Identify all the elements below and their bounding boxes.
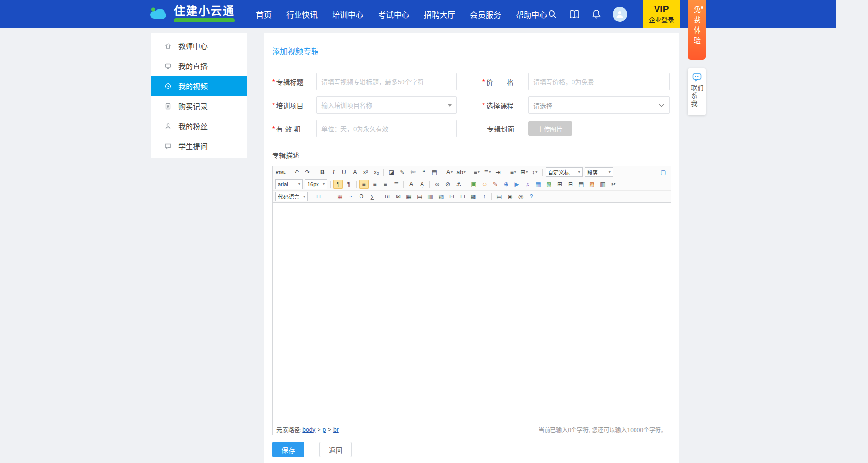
- link-icon[interactable]: ∞: [432, 180, 442, 189]
- align-center-icon[interactable]: ≡: [370, 180, 380, 189]
- back-button[interactable]: 返回: [319, 442, 352, 457]
- site-logo[interactable]: 住建小云通: [147, 0, 235, 28]
- superscript-icon[interactable]: x²: [360, 168, 370, 176]
- ordered-list-icon[interactable]: ≡▾: [472, 168, 482, 176]
- nav-item[interactable]: 帮助中心: [516, 8, 547, 20]
- background-color-icon[interactable]: ab▾: [455, 168, 466, 176]
- align-justify-icon[interactable]: ≣: [391, 180, 401, 189]
- italic-icon[interactable]: I: [328, 168, 338, 176]
- gmap-icon[interactable]: ▧: [544, 180, 554, 189]
- training-project-input[interactable]: [316, 96, 457, 114]
- print-icon[interactable]: ▤: [494, 192, 504, 201]
- screenshot-icon[interactable]: ✂: [609, 180, 618, 189]
- formula-icon[interactable]: ∑: [367, 192, 377, 201]
- paste-filter-icon[interactable]: ▤: [429, 168, 439, 176]
- insert-col-icon[interactable]: ▥: [425, 192, 435, 201]
- sidebar-item[interactable]: 购买记录: [151, 96, 247, 116]
- paragraph-combo[interactable]: 段落▾: [585, 167, 613, 177]
- music-icon[interactable]: ♫: [523, 180, 532, 189]
- format-brush-icon[interactable]: ✎: [397, 168, 407, 176]
- vip-enterprise-login-button[interactable]: VIP 企业登录: [643, 0, 680, 28]
- date-icon[interactable]: ▦: [335, 192, 345, 201]
- merge-cells-icon[interactable]: ⊡: [447, 192, 457, 201]
- undo-icon[interactable]: ↶: [292, 168, 301, 176]
- scrawl-icon[interactable]: ✎: [490, 180, 500, 189]
- strikethrough-icon[interactable]: A̶: [350, 168, 360, 176]
- time-icon[interactable]: ◔: [346, 192, 356, 201]
- text-align-icon[interactable]: ≡▾: [508, 168, 518, 176]
- line-height-icon[interactable]: ↕▾: [530, 168, 540, 176]
- page-break-icon[interactable]: ⊟: [566, 180, 575, 189]
- nav-item[interactable]: 首页: [256, 8, 272, 20]
- search-replace-icon[interactable]: ◎: [516, 192, 526, 201]
- paragraph-mark-icon[interactable]: ¶: [344, 180, 354, 189]
- sidebar-item[interactable]: 我的直播: [151, 56, 247, 76]
- anchor-icon[interactable]: ⚓: [454, 180, 464, 189]
- custom-title-combo[interactable]: 自定义标▾: [546, 167, 583, 177]
- bold-icon[interactable]: B: [318, 168, 327, 176]
- sidebar-item[interactable]: 我的粉丝: [151, 116, 247, 136]
- element-path-link[interactable]: body: [302, 426, 315, 433]
- insert-code-icon[interactable]: ⊟: [314, 192, 323, 201]
- insert-row-icon[interactable]: ▦: [404, 192, 414, 201]
- horizontal-rule-icon[interactable]: —: [324, 192, 334, 201]
- font-family-combo[interactable]: arial▾: [275, 179, 303, 189]
- element-path-link[interactable]: br: [333, 426, 339, 433]
- upload-image-button[interactable]: 上传图片: [528, 121, 572, 136]
- split-cells-icon[interactable]: ⊟: [458, 192, 467, 201]
- code-language-combo[interactable]: 代码语言▾: [275, 192, 308, 201]
- bell-icon[interactable]: [591, 9, 602, 20]
- source-code-icon[interactable]: HTML: [275, 168, 286, 176]
- background-icon[interactable]: ▨: [587, 180, 597, 189]
- contact-us-widget[interactable]: 联系我们: [688, 68, 706, 115]
- delete-row-icon[interactable]: ▤: [415, 192, 424, 201]
- sidebar-item[interactable]: 我的视频: [151, 76, 247, 96]
- align-right-icon[interactable]: ≡: [381, 180, 390, 189]
- template-icon[interactable]: ▤: [576, 180, 586, 189]
- nav-item[interactable]: 行业快讯: [286, 8, 318, 20]
- emotion-icon[interactable]: ☺: [480, 180, 489, 189]
- delete-table-icon[interactable]: ⊠: [393, 192, 403, 201]
- row-spacing-bottom-icon[interactable]: Ạ: [417, 180, 427, 189]
- map-icon[interactable]: ▦: [533, 180, 543, 189]
- nav-item[interactable]: 考试中心: [378, 8, 409, 20]
- sidebar-item[interactable]: 教师中心: [151, 36, 247, 56]
- book-icon[interactable]: [569, 9, 580, 19]
- editor-content-area[interactable]: [273, 203, 671, 424]
- validity-input[interactable]: [316, 120, 457, 137]
- underline-icon[interactable]: U: [339, 168, 349, 176]
- special-chars-icon[interactable]: Ω: [357, 192, 366, 201]
- font-color-icon[interactable]: A▾: [445, 168, 454, 176]
- nav-item[interactable]: 会员服务: [470, 8, 501, 20]
- element-path-link[interactable]: p: [322, 426, 326, 433]
- nav-item[interactable]: 培训中心: [332, 8, 363, 20]
- user-avatar[interactable]: [613, 7, 627, 22]
- delete-col-icon[interactable]: ▧: [436, 192, 446, 201]
- align-left-icon[interactable]: ≡: [359, 180, 369, 189]
- row-spacing-top-icon[interactable]: Ā: [406, 180, 416, 189]
- eraser-icon[interactable]: ◪: [386, 168, 396, 176]
- word-image-icon[interactable]: ▥: [598, 180, 608, 189]
- unordered-list-icon[interactable]: ≣▾: [483, 168, 492, 176]
- table-sort-icon[interactable]: ↕: [479, 192, 489, 201]
- image-icon[interactable]: ▣: [469, 180, 479, 189]
- course-select[interactable]: 请选择: [528, 96, 670, 114]
- indent-icon[interactable]: ⇥: [493, 168, 503, 176]
- sidebar-item[interactable]: 学生提问: [151, 136, 247, 156]
- iframe-icon[interactable]: ⊞: [555, 180, 565, 189]
- clear-format-icon[interactable]: ✄: [408, 168, 418, 176]
- cell-align-icon[interactable]: ⊞▾: [519, 168, 529, 176]
- video-icon[interactable]: ▶: [512, 180, 522, 189]
- help-icon[interactable]: ?: [527, 192, 536, 201]
- blockquote-icon[interactable]: ❝: [419, 168, 428, 176]
- redo-icon[interactable]: ↷: [302, 168, 312, 176]
- save-button[interactable]: 保存: [272, 442, 304, 457]
- price-input[interactable]: [528, 73, 670, 90]
- search-icon[interactable]: [547, 9, 558, 20]
- preview-icon[interactable]: ◉: [505, 192, 515, 201]
- typeset-icon[interactable]: ¶: [333, 180, 343, 189]
- unlink-icon[interactable]: ⊘: [443, 180, 453, 189]
- font-size-combo[interactable]: 16px▾: [305, 179, 327, 189]
- fullscreen-icon[interactable]: ▢: [658, 168, 668, 176]
- free-trial-tab[interactable]: 免费体验: [688, 0, 706, 60]
